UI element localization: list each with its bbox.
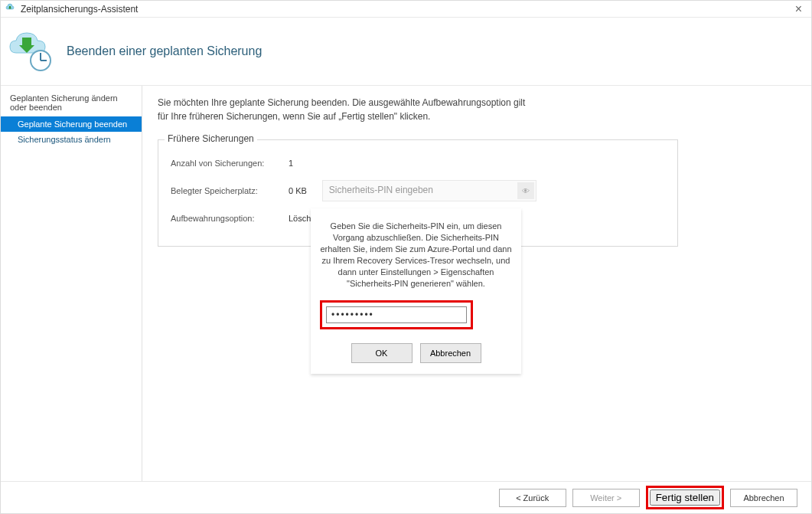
backup-count-value: 1 — [289, 159, 293, 168]
dialog-ok-button[interactable]: OK — [351, 343, 413, 363]
dialog-cancel-button[interactable]: Abbrechen — [420, 343, 481, 363]
wizard-header: Beenden einer geplanten Sicherung — [1, 18, 811, 86]
dialog-button-row: OK Abbrechen — [320, 343, 512, 363]
sidebar-item-change-status[interactable]: Sicherungsstatus ändern — [1, 132, 142, 147]
close-icon[interactable]: × — [791, 2, 807, 16]
backup-count-label: Anzahl von Sicherungen: — [171, 159, 285, 168]
page-title: Beenden einer geplanten Sicherung — [67, 44, 262, 58]
finish-button[interactable]: Fertig stellen — [650, 489, 720, 506]
pin-placeholder: Sicherheits-PIN eingeben — [329, 185, 433, 195]
sidebar-heading: Geplanten Sicherung ändern oder beenden — [1, 90, 142, 116]
sidebar-item-stop-backup[interactable]: Geplante Sicherung beenden — [1, 116, 142, 132]
group-legend: Frühere Sicherungen — [165, 133, 257, 144]
wizard-body: Geplanten Sicherung ändern oder beenden … — [1, 86, 811, 481]
finish-button-highlight: Fertig stellen — [646, 486, 724, 509]
titlebar: Zeitplansicherungs-Assistent × — [1, 1, 811, 18]
intro-text-line2: für Ihre früheren Sicherungen, wenn Sie … — [158, 110, 796, 123]
header-icon — [7, 30, 56, 73]
dialog-pin-input[interactable] — [326, 306, 467, 323]
backup-count-row: Anzahl von Sicherungen: 1 — [171, 159, 665, 168]
back-button[interactable]: < Zurück — [499, 489, 566, 507]
app-icon — [5, 2, 16, 15]
wizard-footer: < Zurück Weiter > Fertig stellen Abbrech… — [1, 481, 811, 513]
security-pin-dialog: Geben Sie die Sicherheits-PIN ein, um di… — [311, 208, 521, 374]
storage-value: 0 KB — [289, 186, 307, 195]
sidebar-item-label: Geplante Sicherung beenden — [18, 119, 127, 129]
dialog-input-highlight — [320, 300, 473, 329]
reveal-pin-icon[interactable]: 👁 — [517, 182, 534, 199]
storage-label: Belegter Speicherplatz: — [171, 186, 285, 195]
sidebar-item-label: Sicherungsstatus ändern — [18, 135, 111, 144]
dialog-message: Geben Sie die Sicherheits-PIN ein, um di… — [320, 221, 512, 290]
window-title: Zeitplansicherungs-Assistent — [21, 4, 791, 15]
main-panel: Sie möchten Ihre geplante Sicherung been… — [142, 86, 811, 481]
retention-label: Aufbewahrungsoption: — [171, 214, 285, 223]
wizard-window: Zeitplansicherungs-Assistent × Beenden e… — [0, 0, 812, 514]
sidebar: Geplanten Sicherung ändern oder beenden … — [1, 86, 142, 481]
intro-text-line1: Sie möchten Ihre geplante Sicherung been… — [158, 97, 647, 109]
storage-row: Belegter Speicherplatz: 0 KB Sicherheits… — [171, 180, 665, 201]
cancel-button[interactable]: Abbrechen — [730, 489, 797, 507]
security-pin-input[interactable]: Sicherheits-PIN eingeben 👁 — [322, 180, 536, 201]
next-button: Weiter > — [572, 489, 640, 507]
